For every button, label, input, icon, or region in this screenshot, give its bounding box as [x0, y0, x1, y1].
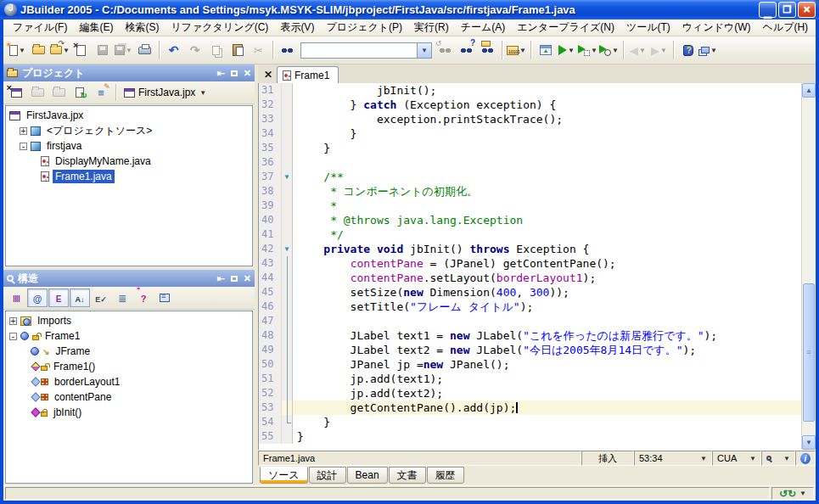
code-line-53[interactable]: 53 getContentPane().add(jp);	[259, 400, 801, 415]
code-line-45[interactable]: 45 setSize(new Dimension(400, 300));	[259, 285, 801, 300]
editor-tab-frame1[interactable]: Frame1	[277, 66, 339, 83]
scroll-down-button[interactable]: ▼	[802, 435, 816, 450]
menu-help[interactable]: ヘルプ(H)	[757, 19, 815, 36]
code-line-37[interactable]: 37▼ /**	[259, 170, 801, 184]
close-editor-tab-button[interactable]: ✕	[261, 68, 275, 81]
refresh-button[interactable]	[70, 83, 90, 102]
chevron-down-icon[interactable]: ▼	[19, 47, 25, 54]
open-file-button[interactable]	[28, 40, 49, 60]
menu-file[interactable]: ファイル(F)	[7, 19, 73, 36]
menu-team[interactable]: チーム(A)	[455, 19, 512, 36]
tree-item-jframe[interactable]: JFrame	[6, 344, 252, 359]
code-line-47[interactable]: 47	[259, 314, 801, 328]
tree-item-imports[interactable]: +Imports	[6, 313, 252, 328]
search-button[interactable]	[277, 40, 298, 60]
tree-item-jbinit[interactable]: jbInit()	[6, 405, 252, 420]
caret-position-cell[interactable]: 53:34▼	[634, 451, 712, 466]
tree-item-[interactable]: +<プロジェクトソース>	[6, 123, 252, 138]
code-line-55[interactable]: 55}	[259, 429, 801, 444]
tree-item-frame1-java[interactable]: Frame1.java	[6, 169, 252, 184]
chevron-down-icon[interactable]: ▼	[519, 47, 526, 54]
info-cell[interactable]: i	[795, 451, 816, 466]
vertical-scrollbar[interactable]: ▲ ▼	[801, 83, 816, 450]
scrollbar-thumb[interactable]	[803, 283, 815, 422]
search-replace-button[interactable]	[456, 40, 477, 60]
tree-item-frame1[interactable]: Frame1()	[6, 359, 252, 374]
code-line-36[interactable]: 36	[259, 155, 801, 170]
menu-project[interactable]: プロジェクト(P)	[320, 19, 408, 36]
chevron-down-icon[interactable]: ▼	[710, 47, 717, 54]
code-line-33[interactable]: 33 exception.printStackTrace();	[259, 112, 801, 126]
chevron-down-icon[interactable]: ▼	[612, 47, 619, 54]
code-line-54[interactable]: 54 }	[259, 415, 801, 429]
menu-enterprise[interactable]: エンタープライズ(N)	[511, 19, 620, 36]
debug-button[interactable]: ▼	[577, 40, 598, 60]
profile-button[interactable]: ▼	[598, 40, 620, 60]
code-line-41[interactable]: 41 */	[259, 227, 801, 242]
search-combo-input[interactable]	[300, 42, 418, 59]
make-button[interactable]	[535, 40, 556, 60]
code-line-32[interactable]: 32 } catch (Exception exception) {	[259, 98, 801, 112]
chevron-down-icon[interactable]: ▼	[568, 47, 575, 54]
tree-item-borderlayout1[interactable]: borderLayout1	[6, 374, 252, 389]
sync-structure-button[interactable]	[154, 288, 175, 307]
collapse-icon[interactable]: -	[20, 143, 27, 150]
minimize-button[interactable]: ▁	[759, 2, 777, 18]
paste-button[interactable]	[227, 40, 248, 60]
tree-item-displaymyname-java[interactable]: DisplayMyName.java	[6, 154, 252, 169]
menu-view[interactable]: 表示(V)	[274, 19, 320, 36]
tab-history[interactable]: 履歴	[427, 467, 464, 484]
code-line-52[interactable]: 52 jp.add(text2);	[259, 386, 801, 400]
new-file-button[interactable]: ▼	[7, 40, 28, 60]
sort-alphabetically-button[interactable]	[70, 288, 90, 307]
tab-bean[interactable]: Bean	[347, 467, 388, 484]
show-packages-button[interactable]	[27, 288, 48, 307]
version-sync-cell[interactable]: ↺↻ ▼	[771, 487, 814, 500]
code-line-51[interactable]: 51 jp.add(text1);	[259, 372, 801, 386]
menu-edit[interactable]: 編集(E)	[73, 19, 119, 36]
project-panel-header[interactable]: プロジェクト ⇤ ✕	[3, 64, 255, 81]
menu-tools[interactable]: ツール(T)	[620, 19, 676, 36]
code-line-34[interactable]: 34 }	[259, 126, 801, 141]
tree-item-firstjava-jpx[interactable]: FirstJava.jpx	[6, 108, 252, 123]
expand-icon[interactable]: +	[9, 317, 17, 325]
member-filter-button[interactable]	[6, 288, 26, 307]
structure-panel-header[interactable]: 構造 ⇤ ✕	[3, 270, 255, 287]
code-line-40[interactable]: 40 * @throws java.lang.Exception	[259, 213, 801, 227]
code-line-38[interactable]: 38 * コンポーネントの初期化。	[259, 184, 801, 199]
show-visibility-button[interactable]	[48, 288, 69, 307]
print-button[interactable]	[134, 40, 155, 60]
project-tree[interactable]: FirstJava.jpx+<プロジェクトソース>-firstjavaDispl…	[5, 105, 253, 266]
maximize-panel-button[interactable]	[231, 274, 238, 283]
menu-window[interactable]: ウィンドウ(W)	[676, 19, 757, 36]
collapse-icon[interactable]: -	[9, 333, 17, 340]
dock-panel-button[interactable]: ⇤	[217, 69, 225, 78]
project-selector[interactable]: FirstJava.jpx ▼	[121, 87, 210, 98]
close-button[interactable]: ✕	[798, 2, 816, 18]
tab-doc[interactable]: 文書	[389, 467, 426, 484]
menu-search[interactable]: 検索(S)	[119, 19, 165, 36]
close-panel-button[interactable]: ✕	[244, 69, 251, 78]
find-in-path-button[interactable]	[477, 40, 498, 60]
maximize-button[interactable]: ❐	[778, 2, 796, 18]
fold-marker-icon[interactable]: ▼	[282, 242, 293, 256]
code-line-46[interactable]: 46 setTitle("フレーム タイトル");	[259, 300, 801, 314]
structure-tree[interactable]: +Imports-Frame1JFrameFrame1()borderLayou…	[5, 311, 253, 484]
code-line-43[interactable]: 43 contentPane = (JPanel) getContentPane…	[259, 256, 801, 271]
tab-design[interactable]: 設計	[309, 467, 346, 484]
open-recent-button[interactable]: ▼	[49, 40, 70, 60]
tree-item-firstjava[interactable]: -firstjava	[6, 138, 252, 154]
code-line-42[interactable]: 42▼ private void jbInit() throws Excepti…	[259, 242, 801, 256]
code-line-50[interactable]: 50 JPanel jp =new JPanel();	[259, 357, 801, 372]
menu-refactoring[interactable]: リファクタリング(C)	[165, 19, 274, 36]
keymap-cell[interactable]: CUA▼	[712, 451, 761, 466]
search-status-cell[interactable]: ▼	[761, 451, 795, 466]
show-errors-button[interactable]	[91, 288, 111, 307]
code-line-44[interactable]: 44 contentPane.setLayout(borderLayout1);	[259, 271, 801, 285]
chevron-down-icon[interactable]: ▼	[199, 89, 206, 97]
fold-marker-icon[interactable]: ▼	[282, 170, 293, 184]
code-lines[interactable]: 31 jbInit();32 } catch (Exception except…	[259, 83, 801, 450]
close-project-button[interactable]	[6, 83, 26, 102]
insert-mode-cell[interactable]: 挿入	[581, 451, 634, 466]
scroll-up-button[interactable]: ▲	[802, 83, 816, 98]
